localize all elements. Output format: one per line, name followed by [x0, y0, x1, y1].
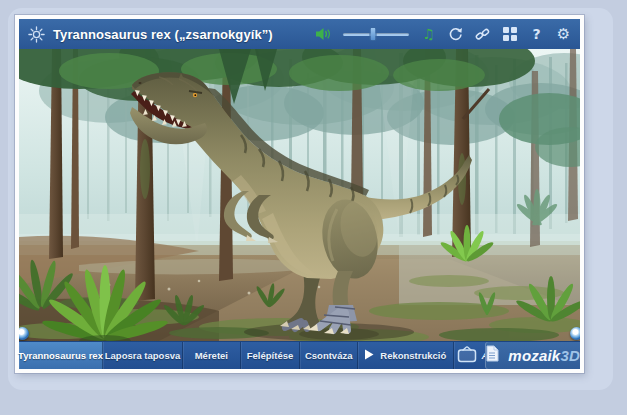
- mozaik3d-panel[interactable]: mozaik3D: [485, 342, 580, 369]
- volume-slider[interactable]: [343, 27, 409, 41]
- tab-csontvaza[interactable]: Csontváza: [300, 342, 358, 369]
- sun-3d-scene-icon: [28, 26, 45, 42]
- trex-scene-canvas: [19, 49, 580, 341]
- rotate-icon[interactable]: [448, 26, 463, 42]
- trex-scene-viewport[interactable]: [19, 49, 580, 341]
- bottom-tab-bar: Tyrannosaurus rex Laposra taposva Mérete…: [19, 341, 580, 369]
- link-icon[interactable]: [475, 26, 490, 42]
- tv-button[interactable]: [454, 342, 482, 369]
- tab-tyrannosaurus-rex[interactable]: Tyrannosaurus rex: [19, 342, 103, 369]
- volume-slider-handle[interactable]: [369, 27, 376, 41]
- document-icon: [485, 345, 499, 366]
- scene-right-edge-hotspot[interactable]: [570, 327, 580, 340]
- speaker-icon[interactable]: [315, 26, 331, 42]
- grid-icon[interactable]: [502, 26, 517, 42]
- page-title: Tyrannosaurus rex („zsarnokgyík”): [53, 27, 273, 42]
- reconstruction-label: Rekonstrukció: [380, 350, 446, 361]
- play-icon: [364, 349, 374, 362]
- tab-meretei[interactable]: Méretei: [183, 342, 241, 369]
- settings-icon[interactable]: ⚙: [556, 26, 571, 42]
- mozaik3d-logo: mozaik3D: [508, 347, 580, 364]
- app-window: Tyrannosaurus rex („zsarnokgyík”): [15, 15, 584, 373]
- tab-felepitese[interactable]: Felépítése: [241, 342, 301, 369]
- page-background: Tyrannosaurus rex („zsarnokgyík”): [0, 0, 627, 415]
- title-bar: Tyrannosaurus rex („zsarnokgyík”): [19, 19, 580, 49]
- tab-laposra-taposva[interactable]: Laposra taposva: [103, 342, 183, 369]
- help-icon[interactable]: ?: [529, 26, 544, 42]
- toolbar: ♫: [315, 26, 571, 42]
- tv-icon: [457, 346, 477, 365]
- music-note-icon[interactable]: ♫: [421, 26, 436, 42]
- reconstruction-button[interactable]: Rekonstrukció: [358, 342, 453, 369]
